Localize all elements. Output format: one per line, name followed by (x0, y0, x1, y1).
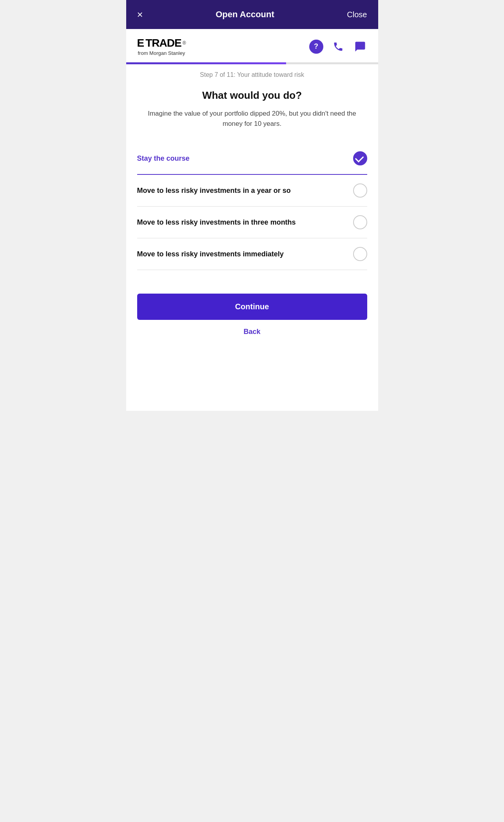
options-list: Stay the course Move to less risky inves… (137, 143, 367, 270)
option-move-year-radio (353, 183, 367, 198)
option-move-three-months-label: Move to less risky investments in three … (137, 218, 353, 227)
option-move-three-months[interactable]: Move to less risky investments in three … (137, 207, 367, 238)
page-title: Open Account (216, 9, 274, 20)
option-move-immediately-radio (353, 247, 367, 261)
option-move-year[interactable]: Move to less risky investments in a year… (137, 175, 367, 207)
option-stay-course[interactable]: Stay the course (137, 143, 367, 175)
logo-subtitle: from Morgan Stanley (137, 50, 186, 56)
top-nav: × Open Account Close (126, 0, 378, 29)
brand-prefix: E (137, 37, 144, 49)
progress-bar-container (126, 62, 378, 64)
question-description: Imagine the value of your portfolio dipp… (137, 109, 367, 129)
help-icon-button[interactable]: ? (309, 40, 323, 54)
question-title: What would you do? (137, 89, 367, 102)
header-icons: ? (309, 40, 367, 54)
option-move-immediately[interactable]: Move to less risky investments immediate… (137, 238, 367, 270)
chat-icon-button[interactable] (353, 40, 367, 54)
option-stay-course-label: Stay the course (137, 154, 353, 163)
back-link[interactable]: Back (137, 328, 367, 336)
main-content: What would you do? Imagine the value of … (126, 82, 378, 278)
option-stay-course-radio (353, 151, 367, 165)
close-x-button[interactable]: × (137, 9, 143, 21)
option-move-three-months-radio (353, 215, 367, 229)
bottom-section: Continue Back (126, 278, 378, 345)
progress-bar-fill (126, 62, 286, 64)
brand-name: E TRADE ® (137, 37, 186, 49)
phone-icon-button[interactable] (331, 40, 345, 54)
step-label: Step 7 of 11: Your attitude toward risk (126, 64, 378, 82)
logo: E TRADE ® from Morgan Stanley (137, 37, 186, 56)
question-mark-icon: ? (314, 42, 318, 51)
app-container: × Open Account Close E TRADE ® from Morg… (126, 0, 378, 411)
option-move-immediately-label: Move to less risky investments immediate… (137, 250, 353, 258)
header: E TRADE ® from Morgan Stanley ? (126, 29, 378, 62)
close-button[interactable]: Close (347, 10, 367, 19)
brand-suffix: TRADE (145, 37, 181, 49)
continue-button[interactable]: Continue (137, 294, 367, 320)
option-move-year-label: Move to less risky investments in a year… (137, 187, 353, 195)
